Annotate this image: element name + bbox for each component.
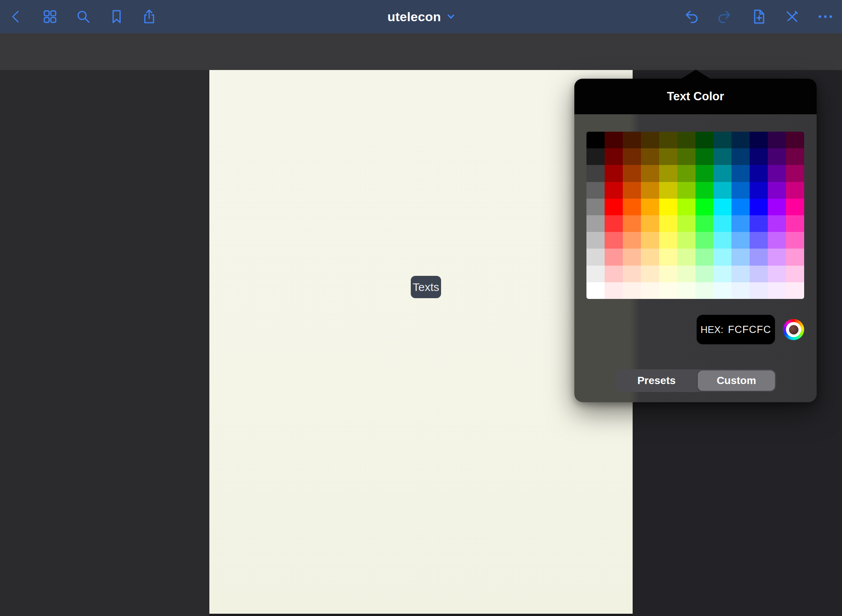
color-swatch[interactable] <box>641 215 659 232</box>
color-swatch[interactable] <box>695 215 714 232</box>
undo-button[interactable] <box>683 8 701 26</box>
color-swatch[interactable] <box>750 266 768 282</box>
color-swatch[interactable] <box>750 282 768 299</box>
color-swatch[interactable] <box>623 148 641 165</box>
color-swatch[interactable] <box>586 266 605 282</box>
color-swatch[interactable] <box>768 266 786 282</box>
color-swatch[interactable] <box>605 266 623 282</box>
color-swatch[interactable] <box>713 266 731 282</box>
color-swatch[interactable] <box>586 215 605 232</box>
more-menu-button[interactable] <box>816 8 834 26</box>
color-swatch[interactable] <box>641 199 659 215</box>
color-swatch[interactable] <box>768 132 786 148</box>
color-swatch[interactable] <box>768 249 786 265</box>
color-swatch[interactable] <box>623 215 641 232</box>
color-swatch[interactable] <box>768 215 786 232</box>
color-swatch[interactable] <box>786 215 804 232</box>
color-swatch[interactable] <box>695 282 714 299</box>
color-swatch[interactable] <box>605 148 623 165</box>
color-swatch[interactable] <box>677 249 695 265</box>
color-swatch[interactable] <box>713 148 731 165</box>
color-swatch[interactable] <box>786 132 804 148</box>
color-swatch[interactable] <box>605 215 623 232</box>
color-swatch[interactable] <box>605 165 623 182</box>
color-swatch[interactable] <box>695 182 714 199</box>
color-swatch[interactable] <box>786 199 804 215</box>
color-swatch[interactable] <box>695 266 714 282</box>
color-swatch[interactable] <box>677 165 695 182</box>
color-wheel-button[interactable] <box>783 319 804 340</box>
color-swatch[interactable] <box>641 165 659 182</box>
color-swatch[interactable] <box>731 215 750 232</box>
color-swatch[interactable] <box>586 148 605 165</box>
color-swatch[interactable] <box>605 232 623 249</box>
color-swatch[interactable] <box>786 182 804 199</box>
color-swatch[interactable] <box>695 232 714 249</box>
color-swatch[interactable] <box>605 199 623 215</box>
color-swatch[interactable] <box>605 132 623 148</box>
color-swatch[interactable] <box>750 215 768 232</box>
tab-custom[interactable]: Custom <box>698 370 775 391</box>
hex-input[interactable]: HEX: FCFCFC <box>697 315 775 344</box>
color-swatch[interactable] <box>750 232 768 249</box>
color-swatch[interactable] <box>659 282 677 299</box>
color-swatch[interactable] <box>713 165 731 182</box>
color-swatch[interactable] <box>623 182 641 199</box>
color-swatch[interactable] <box>731 148 750 165</box>
color-swatch[interactable] <box>713 282 731 299</box>
redo-button[interactable] <box>715 8 733 26</box>
color-swatch[interactable] <box>713 232 731 249</box>
color-swatch[interactable] <box>731 165 750 182</box>
color-swatch[interactable] <box>786 249 804 265</box>
color-swatch[interactable] <box>586 249 605 265</box>
color-swatch[interactable] <box>695 249 714 265</box>
color-swatch[interactable] <box>605 182 623 199</box>
color-swatch[interactable] <box>786 148 804 165</box>
color-swatch[interactable] <box>731 132 750 148</box>
color-swatch[interactable] <box>677 266 695 282</box>
color-swatch[interactable] <box>659 232 677 249</box>
color-swatch[interactable] <box>641 249 659 265</box>
color-swatch[interactable] <box>731 232 750 249</box>
color-swatch[interactable] <box>623 232 641 249</box>
color-swatch[interactable] <box>641 148 659 165</box>
color-swatch[interactable] <box>786 282 804 299</box>
color-swatch[interactable] <box>731 282 750 299</box>
color-swatch[interactable] <box>786 266 804 282</box>
color-swatch[interactable] <box>623 199 641 215</box>
color-swatch[interactable] <box>641 266 659 282</box>
color-swatch[interactable] <box>695 148 714 165</box>
color-swatch[interactable] <box>586 199 605 215</box>
color-swatch[interactable] <box>586 165 605 182</box>
color-swatch[interactable] <box>586 282 605 299</box>
color-swatch[interactable] <box>768 199 786 215</box>
note-page[interactable]: Texts <box>209 70 633 614</box>
color-swatch[interactable] <box>713 132 731 148</box>
color-swatch[interactable] <box>677 232 695 249</box>
color-swatch[interactable] <box>750 132 768 148</box>
color-swatch[interactable] <box>713 249 731 265</box>
color-swatch[interactable] <box>713 215 731 232</box>
color-swatch[interactable] <box>731 266 750 282</box>
color-swatch[interactable] <box>659 148 677 165</box>
tab-presets[interactable]: Presets <box>615 369 698 392</box>
color-swatch[interactable] <box>750 148 768 165</box>
color-swatch[interactable] <box>750 165 768 182</box>
color-swatch[interactable] <box>659 266 677 282</box>
color-swatch[interactable] <box>695 199 714 215</box>
color-swatch[interactable] <box>677 215 695 232</box>
color-swatch[interactable] <box>677 282 695 299</box>
color-swatch[interactable] <box>659 182 677 199</box>
color-swatch[interactable] <box>768 232 786 249</box>
color-swatch[interactable] <box>605 282 623 299</box>
color-swatch[interactable] <box>731 199 750 215</box>
color-swatch[interactable] <box>659 249 677 265</box>
color-swatch[interactable] <box>677 132 695 148</box>
color-swatch[interactable] <box>695 165 714 182</box>
color-swatch[interactable] <box>623 249 641 265</box>
color-swatch[interactable] <box>677 182 695 199</box>
color-swatch[interactable] <box>750 199 768 215</box>
color-swatch[interactable] <box>768 182 786 199</box>
color-swatch[interactable] <box>768 282 786 299</box>
color-swatch[interactable] <box>586 132 605 148</box>
